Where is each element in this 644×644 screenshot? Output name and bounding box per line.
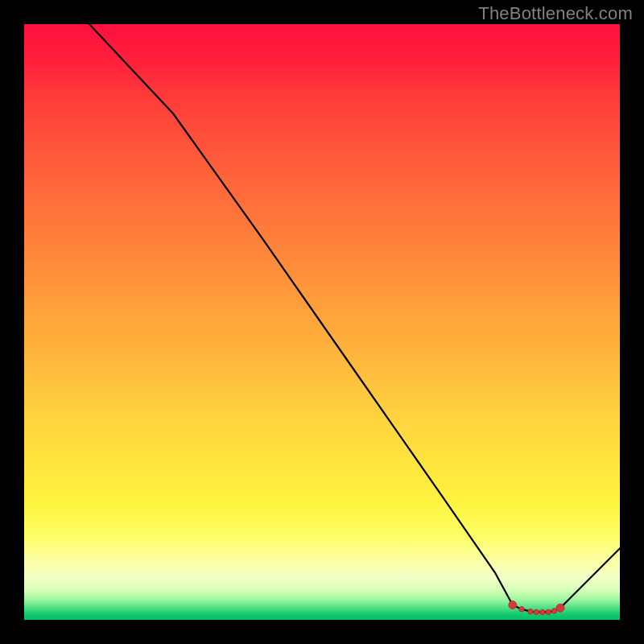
marker-point [556, 604, 564, 612]
watermark-text: TheBottleneck.com [478, 3, 633, 24]
marker-point [519, 606, 524, 611]
plot-area [24, 24, 620, 620]
marker-point [546, 609, 551, 614]
bottleneck-curve [24, 24, 620, 612]
marker-point [509, 601, 517, 609]
chart-svg [24, 24, 620, 620]
chart-container: TheBottleneck.com [0, 0, 644, 644]
marker-point [528, 609, 533, 613]
marker-point [534, 609, 539, 614]
marker-point [540, 609, 545, 614]
